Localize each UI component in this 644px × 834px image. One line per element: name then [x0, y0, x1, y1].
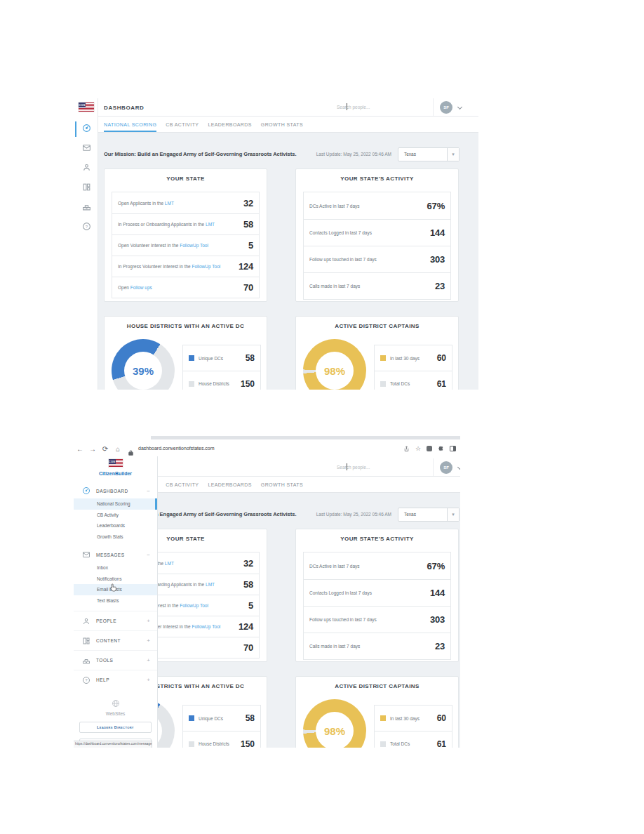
followup-tool-link[interactable]: FollowUp Tool	[180, 243, 208, 248]
tab-growth-stats[interactable]: GROWTH STATS	[261, 477, 303, 492]
chevron-down-icon[interactable]	[457, 465, 460, 470]
legend: Unique DCs58 House Districts150	[182, 345, 261, 390]
section-label: MESSAGES	[96, 552, 124, 557]
lmt-link[interactable]: LMT	[165, 561, 174, 566]
app-header: DASHBOARD Search people... SF	[98, 98, 478, 117]
card-title: YOUR STATE'S ACTIVITY	[296, 176, 458, 182]
collapse-icon[interactable]: −	[147, 552, 150, 558]
sidebar-section-content[interactable]: CONTENT +	[74, 630, 157, 650]
stat-value: 303	[430, 614, 445, 625]
url-text[interactable]: dashboard.conventionofstates.com	[138, 446, 215, 451]
stat-label: DCs Active in last 7 days	[309, 204, 360, 208]
cards-row-2: HOUSE DISTRICTS WITH AN ACTIVE DC 39% Un…	[104, 316, 459, 390]
reload-icon[interactable]: ⟳	[100, 439, 110, 458]
us-flag-icon: COS	[79, 102, 94, 112]
collapse-icon[interactable]: −	[147, 488, 150, 494]
flag-canton: COS	[79, 102, 86, 107]
extension-icon[interactable]	[427, 446, 432, 451]
svg-text:?: ?	[86, 225, 88, 229]
sidebar-section-help[interactable]: ? HELP +	[74, 670, 157, 689]
home-icon[interactable]: ⌂	[113, 439, 123, 458]
legend-value: 60	[437, 713, 446, 723]
followup-tool-link[interactable]: FollowUp Tool	[192, 624, 221, 629]
sidebar-item-messages[interactable]	[75, 139, 98, 159]
sidebar-section-tools[interactable]: TOOLS +	[74, 650, 157, 670]
expand-icon[interactable]: +	[147, 637, 150, 644]
tab-leaderboards[interactable]: LEADERBOARDS	[208, 117, 251, 132]
stat-value: 58	[243, 579, 253, 590]
stat-value: 58	[243, 219, 253, 230]
stat-label: Calls made in last 7 days	[309, 644, 360, 649]
sidebar-item-cb-activity[interactable]: CB Activity	[74, 510, 157, 521]
section-label: HELP	[96, 677, 109, 682]
select-arrow-icon[interactable]: ▾	[447, 148, 459, 161]
sidebar-item-text-blasts[interactable]: Text Blasts	[74, 595, 157, 607]
citizenbuilder-logo[interactable]: COS CitizenBuilder	[74, 456, 157, 476]
stat-label: In Progress Volunteer Interest in the	[118, 264, 192, 269]
sidebar-item-leaderboards[interactable]: Leaderboards	[74, 520, 157, 531]
sidebar-item-help[interactable]: ?	[75, 218, 98, 237]
search-input[interactable]: Search people...	[337, 465, 370, 470]
followup-tool-link[interactable]: FollowUp Tool	[180, 603, 208, 608]
stat-label: Follow ups touched in last 7 days	[309, 257, 377, 262]
sidebar-item-inbox[interactable]: Inbox	[74, 562, 157, 574]
stat-label: Open Applicants in the	[118, 201, 165, 206]
card-title: YOUR STATE'S ACTIVITY	[296, 536, 458, 542]
follow-ups-link[interactable]: Follow ups	[130, 285, 152, 290]
side-panel-icon[interactable]	[450, 446, 456, 451]
tab-growth-stats[interactable]: GROWTH STATS	[261, 117, 303, 132]
sidebar-item-people[interactable]	[75, 159, 98, 178]
expand-icon[interactable]: +	[147, 657, 150, 663]
state-activity-card: YOUR STATE'S ACTIVITY DCs Active in last…	[295, 168, 459, 302]
avatar[interactable]: SF	[440, 461, 452, 474]
stat-row: Calls made in last 7 days23	[304, 633, 450, 659]
expand-icon[interactable]: +	[147, 677, 150, 683]
stat-value: 303	[430, 254, 445, 265]
sidebar-section-messages[interactable]: MESSAGES −	[74, 547, 157, 562]
sidebar-item-content[interactable]	[75, 178, 98, 198]
bookmark-star-icon[interactable]: ☆	[415, 445, 421, 452]
state-select[interactable]: Texas▾	[398, 508, 459, 522]
sidebar-item-dashboard[interactable]	[75, 119, 98, 139]
tab-cb-activity[interactable]: CB ACTIVITY	[166, 117, 199, 132]
share-icon[interactable]	[403, 442, 410, 455]
forward-icon[interactable]: →	[88, 439, 98, 458]
avatar[interactable]: SF	[440, 101, 452, 114]
section-label: DASHBOARD	[96, 489, 128, 494]
legend-label: House Districts	[199, 741, 229, 746]
lmt-link[interactable]: LMT	[206, 582, 215, 587]
expand-icon[interactable]: +	[147, 618, 150, 624]
back-icon[interactable]: ←	[75, 439, 85, 458]
state-select[interactable]: Texas▾	[398, 147, 459, 161]
button-label: Leaders Directory	[97, 725, 134, 729]
chevron-down-icon[interactable]	[457, 105, 462, 110]
screenshot-browser-window: ← → ⟳ ⌂ dashboard.conventionofstates.com…	[74, 433, 460, 748]
sidebar-section-dashboard[interactable]: DASHBOARD −	[74, 483, 157, 498]
lmt-link[interactable]: LMT	[165, 201, 174, 206]
tools-tray-icon	[82, 656, 90, 665]
tab-leaderboards[interactable]: LEADERBOARDS	[208, 477, 251, 492]
followup-tool-link[interactable]: FollowUp Tool	[192, 264, 221, 269]
sidebar-item-national-scoring[interactable]: National Scoring	[74, 498, 157, 510]
lmt-link[interactable]: LMT	[206, 222, 215, 227]
select-arrow-icon[interactable]: ▾	[447, 508, 459, 521]
tools-tray-icon	[82, 201, 91, 214]
sidebar-section-people[interactable]: PEOPLE +	[74, 611, 157, 630]
tab-cb-activity[interactable]: CB ACTIVITY	[166, 477, 199, 492]
section-label: CONTENT	[96, 638, 121, 643]
legend-row: Total DCs61	[375, 731, 452, 748]
cos-flag-logo[interactable]: COS	[79, 102, 94, 112]
puzzle-extensions-icon[interactable]	[438, 442, 444, 455]
content-blocks-icon	[82, 182, 91, 194]
stat-value: 23	[435, 281, 445, 291]
envelope-icon	[82, 550, 90, 559]
tab-national-scoring[interactable]: NATIONAL SCORING	[104, 117, 156, 132]
legend-row: Unique DCs58	[183, 345, 260, 371]
search-input[interactable]: Search people...	[337, 105, 370, 110]
leaders-directory-button[interactable]: Leaders Directory	[79, 722, 152, 733]
district-captains-card: ACTIVE DISTRICT CAPTAINS 98% In last 30 …	[295, 676, 459, 748]
legend-swatch	[380, 355, 386, 361]
sidebar-item-tools[interactable]	[75, 198, 98, 218]
stat-row: Open Applicants in the LMT32	[112, 192, 259, 213]
sidebar-item-growth-stats[interactable]: Growth Stats	[74, 531, 157, 543]
